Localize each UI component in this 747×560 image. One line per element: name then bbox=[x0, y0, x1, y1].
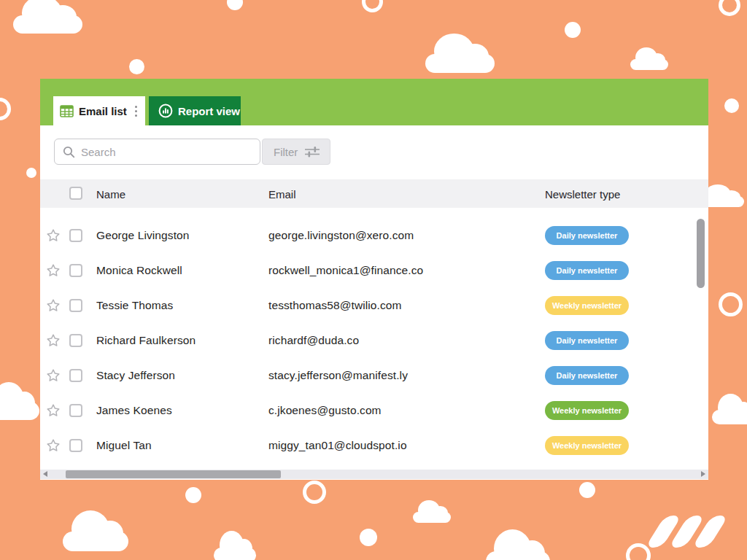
ring-decoration bbox=[0, 98, 11, 120]
row-checkbox[interactable] bbox=[69, 369, 82, 382]
horizontal-scrollbar-thumb[interactable] bbox=[66, 470, 281, 478]
cloud-decoration bbox=[630, 59, 668, 70]
search-box[interactable] bbox=[54, 139, 260, 165]
row-email: c.jkoenes@gusto.com bbox=[268, 404, 382, 417]
newsletter-badge: Daily newsletter bbox=[545, 366, 629, 385]
cloud-decoration bbox=[214, 548, 256, 560]
row-email: stacy.jefferson@manifest.ly bbox=[268, 369, 408, 382]
newsletter-badge: Daily newsletter bbox=[545, 261, 629, 280]
star-icon[interactable] bbox=[46, 298, 61, 313]
column-header-newsletter-type: Newsletter type bbox=[545, 187, 620, 200]
dot-decoration bbox=[565, 22, 581, 38]
cloud-decoration bbox=[486, 551, 550, 560]
tab-label: Report view bbox=[178, 105, 240, 117]
cloud-decoration bbox=[63, 532, 128, 551]
newsletter-badge: Weekly newsletter bbox=[545, 296, 629, 315]
column-header-name: Name bbox=[96, 187, 125, 200]
tab-label: Email list bbox=[79, 105, 127, 117]
row-name: Stacy Jefferson bbox=[96, 369, 175, 382]
tab-email-list[interactable]: Email list bbox=[53, 96, 145, 125]
row-checkbox[interactable] bbox=[69, 439, 82, 452]
column-header-email: Email bbox=[268, 187, 296, 200]
ring-decoration bbox=[719, 0, 740, 16]
table-body: George Livingston george.livingston@xero… bbox=[40, 218, 708, 463]
search-icon bbox=[63, 146, 75, 158]
row-name: James Koenes bbox=[96, 404, 172, 417]
row-checkbox[interactable] bbox=[69, 264, 82, 277]
dot-decoration bbox=[185, 487, 201, 503]
row-name: Monica Rockwell bbox=[96, 264, 182, 277]
cloud-decoration bbox=[712, 410, 747, 424]
vertical-scrollbar-thumb[interactable] bbox=[697, 219, 705, 288]
row-checkbox[interactable] bbox=[69, 229, 82, 242]
cloud-decoration bbox=[425, 54, 495, 73]
star-icon[interactable] bbox=[46, 403, 61, 418]
select-all-checkbox[interactable] bbox=[69, 187, 82, 200]
ring-decoration bbox=[719, 292, 743, 316]
scroll-right-arrow-icon[interactable] bbox=[701, 471, 705, 477]
dot-decoration bbox=[724, 98, 739, 113]
row-name: George Livingston bbox=[96, 229, 190, 242]
row-email: rockwell_monica1@finance.co bbox=[268, 264, 423, 277]
brand-logo bbox=[655, 516, 719, 548]
row-name: Richard Faulkerson bbox=[96, 334, 196, 347]
newsletter-badge: Daily newsletter bbox=[545, 226, 629, 245]
filter-label: Filter bbox=[274, 146, 298, 158]
filter-sliders-icon bbox=[304, 146, 320, 158]
table-row: Tessie Thomas tessthomas58@twilio.com We… bbox=[40, 288, 708, 323]
newsletter-badge: Weekly newsletter bbox=[545, 436, 629, 455]
row-email: richardf@duda.co bbox=[268, 334, 359, 347]
newsletter-badge: Weekly newsletter bbox=[545, 401, 629, 420]
report-chart-icon bbox=[158, 104, 173, 118]
table-row: Monica Rockwell rockwell_monica1@finance… bbox=[40, 253, 708, 288]
table-row: Stacy Jefferson stacy.jefferson@manifest… bbox=[40, 358, 708, 393]
dot-decoration bbox=[360, 529, 377, 546]
star-icon[interactable] bbox=[46, 333, 61, 348]
row-email: george.livingston@xero.com bbox=[268, 229, 414, 242]
cloud-decoration bbox=[413, 512, 451, 523]
row-name: Tessie Thomas bbox=[96, 299, 173, 312]
table-row: Richard Faulkerson richardf@duda.co Dail… bbox=[40, 323, 708, 358]
dot-decoration bbox=[26, 168, 36, 178]
star-icon[interactable] bbox=[46, 228, 61, 243]
scroll-left-arrow-icon[interactable] bbox=[43, 471, 47, 477]
filter-button[interactable]: Filter bbox=[262, 139, 330, 165]
cloud-decoration bbox=[0, 402, 39, 420]
row-email: tessthomas58@twilio.com bbox=[268, 299, 402, 312]
star-icon[interactable] bbox=[46, 368, 61, 383]
table-row: Miguel Tan miggy_tan01@cloudspot.io Week… bbox=[40, 428, 708, 463]
dot-decoration bbox=[227, 0, 243, 10]
toolbar: Filter bbox=[54, 139, 330, 165]
ring-decoration bbox=[362, 0, 383, 12]
star-icon[interactable] bbox=[46, 263, 61, 278]
row-email: miggy_tan01@cloudspot.io bbox=[268, 439, 407, 452]
row-name: Miguel Tan bbox=[96, 439, 152, 452]
kebab-menu-icon[interactable] bbox=[135, 106, 137, 117]
row-checkbox[interactable] bbox=[69, 334, 82, 347]
ring-decoration bbox=[303, 481, 326, 504]
cloud-decoration bbox=[13, 15, 82, 34]
table-icon bbox=[60, 105, 74, 117]
row-checkbox[interactable] bbox=[69, 299, 82, 312]
tab-report-view[interactable]: Report view bbox=[149, 96, 241, 125]
newsletter-badge: Daily newsletter bbox=[545, 331, 629, 350]
star-icon[interactable] bbox=[46, 438, 61, 453]
dot-decoration bbox=[129, 59, 144, 74]
app-header: Email list Report view bbox=[40, 79, 708, 125]
table-header: Name Email Newsletter type bbox=[40, 179, 708, 208]
table-row: George Livingston george.livingston@xero… bbox=[40, 218, 708, 253]
table-row: James Koenes c.jkoenes@gusto.com Weekly … bbox=[40, 393, 708, 428]
row-checkbox[interactable] bbox=[69, 404, 82, 417]
app-window: Email list Report view Filter bbox=[40, 79, 708, 480]
horizontal-scrollbar[interactable] bbox=[40, 470, 708, 479]
search-input[interactable] bbox=[81, 146, 260, 158]
dot-decoration bbox=[579, 482, 595, 498]
ring-decoration bbox=[626, 543, 651, 560]
